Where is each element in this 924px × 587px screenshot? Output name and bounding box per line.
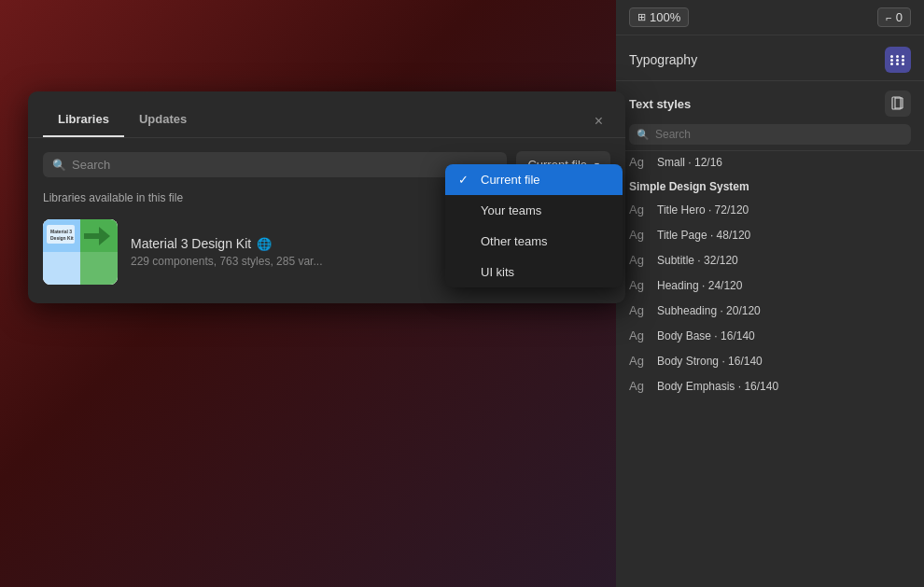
corner-control[interactable]: ⌐ 0 <box>877 7 911 27</box>
style-row-7[interactable]: Ag Body Emphasis · 16/140 <box>616 373 924 398</box>
svg-rect-14 <box>84 233 99 239</box>
tab-libraries[interactable]: Libraries <box>43 105 124 137</box>
dropdown-item-current-file[interactable]: ✓ Current file <box>445 164 623 195</box>
ag-label-2: Ag <box>629 253 650 267</box>
text-styles-section: Text styles 🔍 <box>616 81 924 151</box>
cut-off-style-row: Ag Small · 12/16 <box>616 151 924 173</box>
modal-header: Libraries Updates × <box>28 91 625 138</box>
book-icon-button[interactable] <box>885 91 911 117</box>
dropdown-item-label-1: Your teams <box>481 203 541 217</box>
style-name-1: Title Page · 48/120 <box>657 229 750 242</box>
svg-rect-9 <box>43 252 80 285</box>
ag-label-1: Ag <box>629 228 650 242</box>
tab-updates[interactable]: Updates <box>124 105 202 137</box>
corner-icon: ⌐ <box>886 12 891 23</box>
style-name-6: Body Strong · 16/140 <box>657 355 763 368</box>
text-styles-search[interactable]: 🔍 <box>629 124 911 145</box>
globe-icon: 🌐 <box>257 237 272 251</box>
style-row-2[interactable]: Ag Subtitle · 32/120 <box>616 247 924 273</box>
svg-rect-10 <box>47 225 75 244</box>
svg-text:Material 3: Material 3 <box>50 229 72 234</box>
typography-section: Typography <box>616 35 924 81</box>
style-name-cutoff: Small · 12/16 <box>657 156 722 169</box>
right-panel: ⊞ 100% ⌐ 0 Typography Text styles <box>616 0 924 587</box>
dropdown-item-your-teams[interactable]: Your teams <box>445 195 623 226</box>
style-row-5[interactable]: Ag Body Base · 16/140 <box>616 323 924 348</box>
style-row-6[interactable]: Ag Body Strong · 16/140 <box>616 348 924 373</box>
ag-label-3: Ag <box>629 278 650 292</box>
dropdown-item-label-2: Other teams <box>481 234 548 248</box>
style-row-4[interactable]: Ag Subheading · 20/120 <box>616 298 924 323</box>
svg-text:Design Kit: Design Kit <box>50 235 74 241</box>
search-bar-full[interactable]: 🔍 <box>43 152 507 177</box>
styles-section-header: Simple Design System <box>616 173 924 197</box>
style-row-0[interactable]: Ag Title Hero · 72/120 <box>616 197 924 222</box>
zoom-icon: ⊞ <box>637 11 646 23</box>
style-name-0: Title Hero · 72/120 <box>657 203 749 217</box>
top-bar: ⊞ 100% ⌐ 0 <box>616 0 924 35</box>
style-name-3: Heading · 24/120 <box>657 279 742 292</box>
library-name: Material 3 Design Kit <box>131 236 251 251</box>
ag-label-4: Ag <box>629 303 650 317</box>
book-icon <box>890 96 905 111</box>
check-icon: ✓ <box>458 173 473 187</box>
dropdown-item-label-0: Current file <box>481 173 540 187</box>
ag-label-5: Ag <box>629 328 650 342</box>
library-thumbnail: Material 3 Design Kit <box>43 219 118 285</box>
search-icon: 🔍 <box>637 129 650 141</box>
style-name-4: Subheading · 20/120 <box>657 304 761 317</box>
style-name-2: Subtitle · 32/120 <box>657 254 738 267</box>
typography-title: Typography <box>629 52 697 67</box>
text-styles-search-input[interactable] <box>655 128 903 141</box>
ag-label-cutoff: Ag <box>629 155 650 169</box>
dropdown-item-ui-kits[interactable]: UI kits <box>445 257 623 287</box>
zoom-value: 100% <box>650 10 680 24</box>
ag-label-0: Ag <box>629 203 650 217</box>
zoom-control[interactable]: ⊞ 100% <box>629 7 689 27</box>
svg-rect-0 <box>892 97 901 109</box>
ag-label-7: Ag <box>629 379 650 393</box>
style-row-1[interactable]: Ag Title Page · 48/120 <box>616 222 924 247</box>
dropdown-item-other-teams[interactable]: Other teams <box>445 226 623 257</box>
typography-grid-button[interactable] <box>885 47 911 73</box>
grid-icon <box>890 55 906 65</box>
style-name-5: Body Base · 16/140 <box>657 329 755 342</box>
close-button[interactable]: × <box>587 109 610 133</box>
library-thumb-svg: Material 3 Design Kit <box>43 219 118 285</box>
ag-label-6: Ag <box>629 354 650 368</box>
text-styles-title: Text styles <box>629 97 691 111</box>
filter-dropdown-menu: ✓ Current file Your teams Other teams UI… <box>445 164 623 287</box>
dropdown-item-label-3: UI kits <box>481 265 514 279</box>
style-row-3[interactable]: Ag Heading · 24/120 <box>616 273 924 298</box>
style-name-7: Body Emphasis · 16/140 <box>657 380 778 393</box>
modal-search-input[interactable] <box>72 158 497 172</box>
styles-list: Ag Small · 12/16 Simple Design System Ag… <box>616 151 924 587</box>
search-icon-modal: 🔍 <box>52 159 66 172</box>
svg-rect-7 <box>80 252 118 285</box>
corner-value: 0 <box>896 10 903 24</box>
